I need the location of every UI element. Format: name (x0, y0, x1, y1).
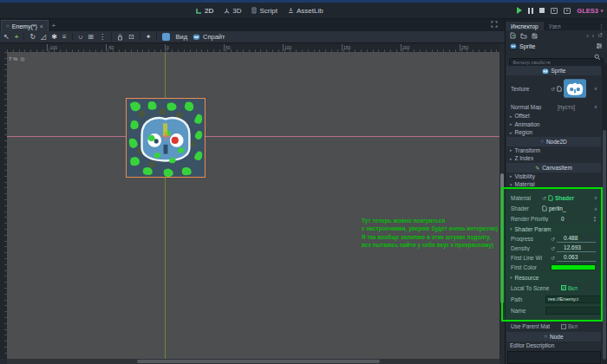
progress-slider[interactable]: 0.488 (557, 235, 596, 243)
horizontal-ruler: -100 -50 0 50 100 150 200 250 (7, 43, 499, 52)
rotate-tool-icon[interactable]: ↻ (29, 34, 36, 41)
property-label: Material (511, 195, 542, 201)
view-menu-label: Вид (175, 33, 187, 41)
checkbox-checked[interactable]: ✓ (561, 285, 566, 290)
group-icon[interactable]: ⊡ (128, 34, 134, 41)
scrollbar-thumb[interactable] (137, 360, 380, 363)
group-visibility[interactable]: ▸Visibility (506, 172, 601, 181)
property-label: Density (511, 245, 551, 251)
spinner-control[interactable]: ▴ ▾ (594, 216, 596, 222)
density-field[interactable]: 12.693 (557, 244, 596, 252)
checkbox-unchecked[interactable] (561, 324, 566, 329)
snap-magnet-icon[interactable]: ∩ (78, 34, 83, 41)
group-z-index[interactable]: ▸Z Index (506, 154, 601, 163)
chevron-down-icon[interactable]: ∨ (594, 104, 599, 109)
property-label: Normal Map (511, 104, 551, 110)
close-icon[interactable]: × (40, 23, 43, 29)
select-tool-icon[interactable]: ↖ (3, 34, 10, 41)
expand-corners-icon (491, 21, 498, 28)
revert-icon[interactable]: ↺ (551, 245, 555, 251)
revert-icon[interactable]: ↺ (542, 195, 546, 201)
tab-node[interactable]: Узел (544, 22, 566, 30)
move-tool-icon[interactable]: + (15, 34, 19, 41)
play-scene-button[interactable] (551, 8, 558, 14)
color-picker-swatch[interactable] (551, 264, 596, 270)
group-material[interactable]: ▾Material (506, 180, 601, 189)
zoom-indicator[interactable]: 7 % ◎ (9, 55, 25, 62)
snap-options-icon[interactable]: ⋮ (99, 34, 106, 41)
pan-tool-icon[interactable]: ✱ (51, 34, 57, 41)
bone-icon[interactable]: ✦ (146, 34, 152, 41)
play-button[interactable] (517, 7, 522, 14)
workspace-script-button[interactable]: Script (251, 7, 277, 15)
revert-icon[interactable]: ↺ (551, 236, 555, 242)
renderer-dropdown[interactable]: GLES3 ∨ (577, 7, 604, 15)
snap-grid-icon[interactable]: ⊞ (88, 34, 94, 41)
resource-file-icon[interactable] (557, 86, 562, 92)
spin-down-icon[interactable]: ▾ (594, 219, 596, 223)
object-tools-icon[interactable] (596, 42, 603, 49)
scale-tool-icon[interactable]: ◿ (41, 34, 46, 41)
workspace-assetlib-button[interactable]: AssetLib (288, 7, 323, 15)
render-priority-value[interactable]: 0 (561, 216, 565, 222)
scrollbar-thumb[interactable] (603, 130, 606, 360)
save-resource-icon[interactable] (532, 33, 538, 39)
load-resource-icon[interactable] (520, 33, 527, 39)
list-select-icon[interactable]: ≡ (62, 34, 67, 41)
play-custom-scene-button[interactable] (564, 8, 571, 14)
editor-description-field[interactable] (507, 351, 601, 364)
property-label: Shader (511, 205, 542, 211)
new-resource-icon[interactable] (510, 32, 516, 39)
section-canvasitem: ✎ CanvasItem (506, 163, 601, 172)
chevron-down-icon[interactable]: ∨ (594, 86, 599, 91)
viewport-horizontal-scrollbar[interactable] (7, 359, 499, 364)
ruler-label: 0 (165, 44, 169, 51)
view-menu[interactable]: Вид (175, 33, 187, 41)
viewport-toolbar: ↖ + ↻ ◿ ✱ ≡ ∩ ⊞ ⋮ ⊡ ✦ Вид Спрайт (0, 31, 505, 43)
annotation-line: Я так вообще залипаю в этих штуках подол… (362, 233, 498, 241)
texture-preview[interactable] (564, 79, 586, 98)
group-region[interactable]: ▸Region (506, 128, 601, 137)
sprite-menu-label: Спрайт (203, 33, 225, 41)
first-line-width-slider[interactable]: 0.063 (557, 254, 596, 262)
workspace-switcher: 2D 3D Script AssetLib (196, 3, 323, 18)
revert-icon[interactable]: ↺ (551, 255, 555, 261)
distraction-free-button[interactable] (491, 21, 498, 28)
subsection-resource[interactable]: ▾ Resource (506, 273, 601, 283)
sprite-context-menu[interactable]: Спрайт (193, 33, 225, 41)
property-first-line-width: First Line Wi ↺ 0.063 (506, 253, 601, 263)
group-animation[interactable]: ▸Animation (506, 120, 601, 129)
path-field[interactable] (545, 296, 607, 303)
revert-icon[interactable]: ↺ (551, 86, 555, 92)
inspector-scrollbar[interactable] (602, 63, 607, 364)
workspace-3d-button[interactable]: 3D (224, 7, 241, 15)
subsection-shader-param[interactable]: ▾ Shader Param (506, 224, 601, 234)
tab-inspector[interactable]: Инспектор (506, 22, 544, 30)
chevron-down-icon: ∨ (594, 195, 599, 200)
normal-map-value[interactable]: [пусто] (558, 104, 575, 110)
workspace-2d-button[interactable]: 2D (196, 7, 213, 15)
name-field[interactable] (545, 307, 607, 315)
annotation-line: все пытаюсь найти у себя вкус к прекрасн… (362, 241, 498, 249)
sprite-node[interactable] (126, 98, 206, 178)
lock-icon[interactable] (117, 34, 123, 41)
skeleton-options-icon[interactable] (162, 33, 170, 41)
ruler-label: 200 (401, 44, 409, 51)
scrollbar-thumb[interactable] (500, 173, 504, 303)
property-label: Progress (511, 236, 551, 242)
material-resource-dropdown[interactable]: Shader ∨ (548, 195, 599, 201)
section-label: Node (550, 334, 564, 340)
dock-menu-icon[interactable]: ⋮ (598, 23, 607, 30)
history-back-icon[interactable]: ‹ (586, 33, 588, 39)
add-scene-tab-button[interactable]: + (49, 20, 59, 31)
history-forward-icon[interactable]: › (592, 33, 594, 39)
shader-resource-dropdown[interactable]: perlin_ ∨ (542, 205, 599, 211)
scene-tab-enemy[interactable]: ○ Enemy(*) × (1, 20, 49, 31)
viewport-canvas[interactable]: Тут теперь можно поиграться с настроечка… (7, 52, 499, 359)
history-icon[interactable]: ↺ (597, 32, 603, 39)
stop-button[interactable] (539, 8, 545, 13)
toolbar-separator (23, 33, 24, 41)
pause-button[interactable] (528, 8, 533, 14)
group-transform[interactable]: ▸Transform (506, 146, 601, 155)
group-offset[interactable]: ▸Offset (506, 112, 601, 120)
